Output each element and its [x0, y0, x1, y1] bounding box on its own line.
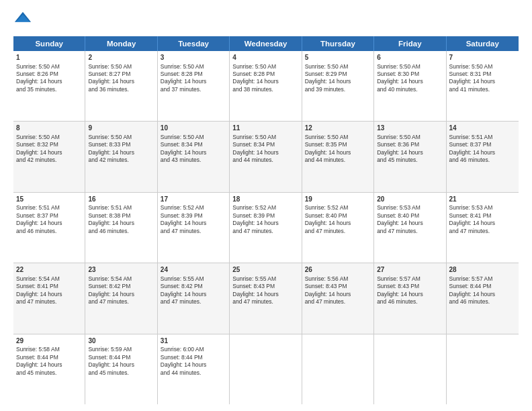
day-info-line: Sunset: 8:44 PM — [449, 283, 516, 290]
day-number: 14 — [449, 124, 516, 133]
calendar-cell-empty — [447, 334, 519, 404]
day-info-line: and 36 minutes. — [88, 86, 154, 93]
day-number: 13 — [377, 124, 443, 133]
day-info-line: Daylight: 14 hours — [232, 149, 298, 156]
day-info-line: Sunrise: 5:50 AM — [377, 134, 443, 141]
calendar: SundayMondayTuesdayWednesdayThursdayFrid… — [13, 36, 519, 404]
day-info-line: Daylight: 14 hours — [305, 149, 371, 156]
day-info-line: Daylight: 14 hours — [449, 149, 516, 156]
day-info-line: Sunset: 8:28 PM — [232, 71, 298, 78]
day-info-line: Daylight: 14 hours — [161, 78, 226, 85]
day-info-line: Daylight: 14 hours — [161, 361, 226, 369]
day-number: 9 — [88, 124, 154, 133]
day-info-line: Daylight: 14 hours — [88, 220, 154, 227]
day-info-line: Sunset: 8:44 PM — [161, 354, 226, 361]
day-info-line: Sunset: 8:40 PM — [305, 212, 371, 220]
day-info-line: Daylight: 14 hours — [377, 78, 443, 85]
day-info-line: and 46 minutes. — [88, 228, 154, 235]
day-info-line: and 47 minutes. — [305, 228, 371, 235]
day-info-line: Sunset: 8:28 PM — [161, 71, 226, 78]
day-info-line: Sunrise: 5:50 AM — [449, 63, 516, 71]
day-number: 7 — [449, 53, 516, 62]
day-info-line: Sunrise: 6:00 AM — [161, 346, 226, 353]
day-number: 8 — [16, 124, 82, 133]
day-number: 5 — [305, 53, 371, 62]
day-number: 28 — [449, 265, 516, 275]
day-info-line: and 35 minutes. — [16, 86, 82, 93]
day-info-line: Sunset: 8:35 PM — [305, 141, 371, 148]
calendar-cell-day-12: 12Sunrise: 5:50 AMSunset: 8:35 PMDayligh… — [302, 122, 374, 191]
day-info-line: and 46 minutes. — [16, 228, 82, 235]
calendar-body: 1Sunrise: 5:50 AMSunset: 8:26 PMDaylight… — [13, 51, 519, 404]
calendar-week: 1Sunrise: 5:50 AMSunset: 8:26 PMDaylight… — [13, 51, 519, 122]
day-info-line: Sunrise: 5:50 AM — [88, 63, 154, 71]
calendar-cell-day-23: 23Sunrise: 5:54 AMSunset: 8:42 PMDayligh… — [85, 263, 157, 333]
calendar-cell-day-16: 16Sunrise: 5:51 AMSunset: 8:38 PMDayligh… — [85, 193, 157, 263]
calendar-cell-empty — [302, 334, 374, 404]
day-info-line: Sunrise: 5:51 AM — [88, 204, 154, 212]
day-info-line: Sunset: 8:42 PM — [161, 283, 226, 290]
day-info-line: Sunrise: 5:54 AM — [16, 275, 82, 283]
day-info-line: and 47 minutes. — [232, 228, 298, 235]
calendar-cell-day-9: 9Sunrise: 5:50 AMSunset: 8:33 PMDaylight… — [85, 122, 157, 191]
day-info-line: Sunrise: 5:50 AM — [161, 134, 226, 141]
day-number: 23 — [88, 265, 154, 275]
calendar-cell-day-25: 25Sunrise: 5:55 AMSunset: 8:43 PMDayligh… — [230, 263, 302, 333]
day-info-line: and 46 minutes. — [449, 156, 516, 164]
calendar-cell-day-11: 11Sunrise: 5:50 AMSunset: 8:34 PMDayligh… — [230, 122, 302, 191]
calendar-cell-day-13: 13Sunrise: 5:50 AMSunset: 8:36 PMDayligh… — [374, 122, 446, 191]
day-info-line: Sunrise: 5:55 AM — [161, 275, 226, 283]
day-info-line: Sunset: 8:31 PM — [449, 71, 516, 78]
calendar-header-cell: Thursday — [302, 36, 374, 51]
day-info-line: Sunset: 8:34 PM — [161, 141, 226, 148]
calendar-cell-day-27: 27Sunrise: 5:57 AMSunset: 8:43 PMDayligh… — [374, 263, 446, 333]
day-info-line: Daylight: 14 hours — [449, 78, 516, 85]
day-info-line: Sunset: 8:33 PM — [88, 141, 154, 148]
day-number: 24 — [161, 265, 226, 275]
day-info-line: and 37 minutes. — [161, 86, 226, 93]
day-info-line: and 47 minutes. — [377, 228, 443, 235]
day-info-line: and 44 minutes. — [305, 156, 371, 164]
day-info-line: Sunset: 8:39 PM — [232, 212, 298, 220]
calendar-cell-day-6: 6Sunrise: 5:50 AMSunset: 8:30 PMDaylight… — [374, 51, 446, 121]
day-info-line: and 44 minutes. — [232, 156, 298, 164]
day-info-line: Sunrise: 5:50 AM — [232, 134, 298, 141]
calendar-cell-day-7: 7Sunrise: 5:50 AMSunset: 8:31 PMDaylight… — [447, 51, 519, 121]
calendar-week: 8Sunrise: 5:50 AMSunset: 8:32 PMDaylight… — [13, 122, 519, 192]
day-info-line: and 47 minutes. — [16, 298, 82, 306]
calendar-cell-day-3: 3Sunrise: 5:50 AMSunset: 8:28 PMDaylight… — [158, 51, 230, 121]
day-info-line: Sunset: 8:44 PM — [88, 354, 154, 361]
day-info-line: Sunset: 8:30 PM — [377, 71, 443, 78]
day-info-line: Sunset: 8:43 PM — [232, 283, 298, 290]
logo — [13, 11, 35, 30]
day-info-line: Sunrise: 5:52 AM — [232, 204, 298, 212]
day-info-line: and 47 minutes. — [449, 228, 516, 235]
calendar-header-row: SundayMondayTuesdayWednesdayThursdayFrid… — [13, 36, 519, 51]
day-number: 1 — [16, 53, 82, 62]
day-info-line: Daylight: 14 hours — [305, 291, 371, 298]
day-info-line: Sunset: 8:29 PM — [305, 71, 371, 78]
day-info-line: Daylight: 14 hours — [16, 291, 82, 298]
day-info-line: Sunrise: 5:50 AM — [305, 134, 371, 141]
day-info-line: Sunset: 8:37 PM — [449, 141, 516, 148]
calendar-cell-day-30: 30Sunrise: 5:59 AMSunset: 8:44 PMDayligh… — [85, 334, 157, 404]
day-number: 21 — [449, 195, 516, 204]
day-info-line: Sunrise: 5:53 AM — [449, 204, 516, 212]
day-info-line: Sunrise: 5:58 AM — [16, 346, 82, 353]
day-info-line: Daylight: 14 hours — [161, 220, 226, 227]
day-number: 6 — [377, 53, 443, 62]
calendar-cell-empty — [230, 334, 302, 404]
calendar-cell-empty — [374, 334, 446, 404]
day-info-line: and 45 minutes. — [88, 369, 154, 377]
calendar-header-cell: Wednesday — [230, 36, 302, 51]
day-info-line: and 46 minutes. — [449, 298, 516, 306]
day-number: 12 — [305, 124, 371, 133]
calendar-cell-day-24: 24Sunrise: 5:55 AMSunset: 8:42 PMDayligh… — [158, 263, 230, 333]
calendar-week: 29Sunrise: 5:58 AMSunset: 8:44 PMDayligh… — [13, 334, 519, 404]
day-number: 25 — [232, 265, 298, 275]
calendar-week: 22Sunrise: 5:54 AMSunset: 8:41 PMDayligh… — [13, 263, 519, 334]
day-number: 26 — [305, 265, 371, 275]
calendar-header-cell: Saturday — [447, 36, 519, 51]
day-info-line: Sunrise: 5:51 AM — [449, 134, 516, 141]
calendar-cell-day-28: 28Sunrise: 5:57 AMSunset: 8:44 PMDayligh… — [447, 263, 519, 333]
